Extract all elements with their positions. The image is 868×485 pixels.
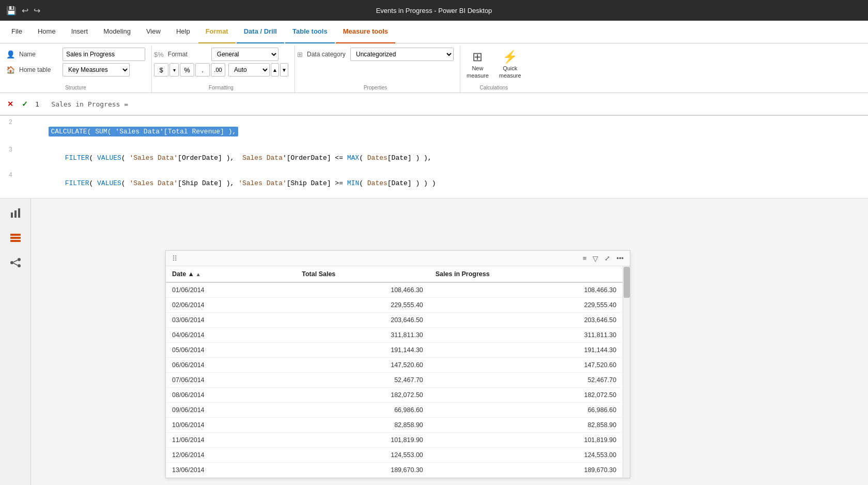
new-measure-button[interactable]: ⊞ New measure (462, 48, 493, 81)
tab-insert[interactable]: Insert (64, 21, 96, 43)
tab-data-drill[interactable]: Data / Drill (237, 21, 284, 43)
cell-total-sales: 66,986.60 (296, 403, 429, 418)
dax-string-dates1: Dates (367, 154, 388, 162)
cell-sales-in-progress: 108,466.30 (429, 282, 623, 298)
auto-decrement[interactable]: ▼ (280, 63, 288, 77)
percent-button[interactable]: % (180, 63, 194, 77)
table-container: ⠿ ≡ ▽ ⤢ ••• Date ▲ (165, 250, 630, 478)
table-row: 06/06/2014 147,520.60 147,520.60 (166, 358, 623, 373)
formatting-label: Formatting (154, 83, 288, 90)
cell-date: 08/06/2014 (166, 388, 296, 403)
tab-measure-tools[interactable]: Measure tools (336, 21, 395, 43)
scrollbar-thumb (624, 267, 630, 298)
table-row: 09/06/2014 66,986.60 66,986.60 (166, 403, 623, 418)
dax-func-filter2: FILTER (65, 179, 89, 187)
table-header-row: Date ▲ Total Sales Sales in Progress (166, 266, 623, 282)
name-person-icon: 👤 (6, 50, 15, 58)
measure-name-input[interactable] (63, 48, 145, 61)
cell-date: 09/06/2014 (166, 403, 296, 418)
cell-sales-in-progress: 66,986.60 (429, 403, 623, 418)
name-label: Name (19, 51, 60, 58)
tab-format[interactable]: Format (198, 21, 236, 43)
new-measure-icon: ⊞ (472, 50, 483, 64)
table-drag-icon[interactable]: ⠿ (170, 253, 179, 264)
tab-file[interactable]: File (4, 21, 29, 43)
formula-cancel-button[interactable]: ✕ (4, 99, 17, 109)
ribbon-group-calculations: ⊞ New measure ⚡ Quick measure Calculatio… (460, 46, 532, 93)
dropdown-currency[interactable]: ▾ (169, 63, 179, 77)
dax-func-max: MAX (347, 154, 359, 162)
svg-rect-3 (10, 234, 21, 236)
table-row: 08/06/2014 182,072.50 182,072.50 (166, 388, 623, 403)
sidebar-item-report[interactable] (5, 203, 26, 223)
data-category-icon: ⊞ (297, 51, 303, 58)
quick-measure-label: Quick (503, 65, 517, 71)
auto-increment[interactable]: ▲ (271, 63, 279, 77)
table-row: 07/06/2014 52,467.70 52,467.70 (166, 373, 623, 388)
tab-view[interactable]: View (139, 21, 168, 43)
cell-sales-in-progress: 311,811.30 (429, 328, 623, 343)
calculations-buttons: ⊞ New measure ⚡ Quick measure (462, 48, 525, 81)
format-select[interactable]: General Whole Number Decimal Number Curr… (211, 48, 278, 61)
svg-line-10 (13, 263, 18, 265)
cell-sales-in-progress: 191,144.30 (429, 343, 623, 358)
title-bar: 💾 ↩ ↪ Events in Progress - Power BI Desk… (0, 0, 868, 21)
cell-date: 12/06/2014 (166, 448, 296, 463)
vertical-scrollbar[interactable] (623, 266, 630, 478)
home-table-icon: 🏠 (6, 66, 15, 74)
format-label: Format (168, 51, 209, 58)
sidebar-item-data[interactable] (5, 228, 26, 248)
data-category-select[interactable]: Uncategorized Address City Country Web U… (350, 48, 454, 61)
home-table-select[interactable]: Key Measures Sales Data Dates (63, 63, 130, 77)
table-toolbar-left: ⠿ (170, 253, 179, 264)
dax-string-salesdata1: 'Sales Data' (129, 154, 178, 162)
formula-bar-buttons: ✕ ✓ (4, 99, 31, 109)
table-filter-icon[interactable]: ▽ (591, 253, 600, 264)
table-expand-icon[interactable]: ⤢ (602, 253, 612, 263)
table-menu-icon[interactable]: ≡ (581, 253, 589, 263)
cell-sales-in-progress: 189,670.30 (429, 463, 623, 478)
cell-date: 04/06/2014 (166, 328, 296, 343)
formula-line1: 1 Sales in Progress = (35, 100, 128, 108)
sidebar-item-model[interactable] (5, 252, 26, 273)
cell-total-sales: 108,466.30 (296, 282, 429, 298)
table-row: 11/06/2014 101,819.90 101,819.90 (166, 433, 623, 448)
save-icon[interactable]: 💾 (6, 6, 17, 16)
table-more-icon[interactable]: ••• (614, 253, 626, 263)
format-row: $% Format General Whole Number Decimal N… (154, 48, 278, 61)
data-table: Date ▲ Total Sales Sales in Progress 01/… (166, 266, 623, 478)
cell-sales-in-progress: 52,467.70 (429, 373, 623, 388)
table-scroll-area: Date ▲ Total Sales Sales in Progress 01/… (166, 266, 623, 478)
dax-editor[interactable]: 2 CALCULATE( SUM( 'Sales Data'[Total Rev… (0, 116, 868, 199)
svg-rect-4 (10, 237, 21, 239)
cell-date: 01/06/2014 (166, 282, 296, 298)
cell-total-sales: 101,819.90 (296, 433, 429, 448)
home-table-label: Home table (19, 66, 60, 73)
currency-button[interactable]: $ (154, 63, 168, 77)
ribbon-group-structure: 👤 Name 🏠 Home table Key Measures Sales D… (4, 46, 152, 93)
tab-home[interactable]: Home (30, 21, 63, 43)
table-row: 01/06/2014 108,466.30 108,466.30 (166, 282, 623, 298)
dax-line-num-2: 2 (4, 119, 12, 126)
dax-string-salesdata4: 'Sales Data' (238, 179, 287, 187)
svg-rect-0 (11, 213, 13, 218)
ribbon: File Home Insert Modeling View Help Form… (0, 21, 868, 93)
title-bar-left: 💾 ↩ ↪ (6, 6, 40, 16)
dax-string-salesdata2: Sales Data (242, 154, 283, 162)
cell-sales-in-progress: 101,819.90 (429, 433, 623, 448)
redo-icon[interactable]: ↪ (34, 6, 40, 16)
tab-table-tools[interactable]: Table tools (285, 21, 335, 43)
svg-rect-1 (14, 210, 17, 218)
tab-modeling[interactable]: Modeling (96, 21, 138, 43)
decimal-button[interactable]: .00 (211, 63, 225, 77)
quick-measure-button[interactable]: ⚡ Quick measure (495, 48, 525, 81)
format-icon: $% (154, 51, 164, 58)
tab-help[interactable]: Help (169, 21, 197, 43)
auto-select[interactable]: Auto 0 1 2 (228, 63, 270, 77)
formula-confirm-button[interactable]: ✓ (19, 99, 31, 109)
table-row: 03/06/2014 203,646.50 203,646.50 (166, 313, 623, 328)
comma-button[interactable]: , (195, 63, 210, 77)
cell-total-sales: 124,553.00 (296, 448, 429, 463)
undo-icon[interactable]: ↩ (22, 6, 28, 16)
cell-total-sales: 82,858.90 (296, 418, 429, 433)
